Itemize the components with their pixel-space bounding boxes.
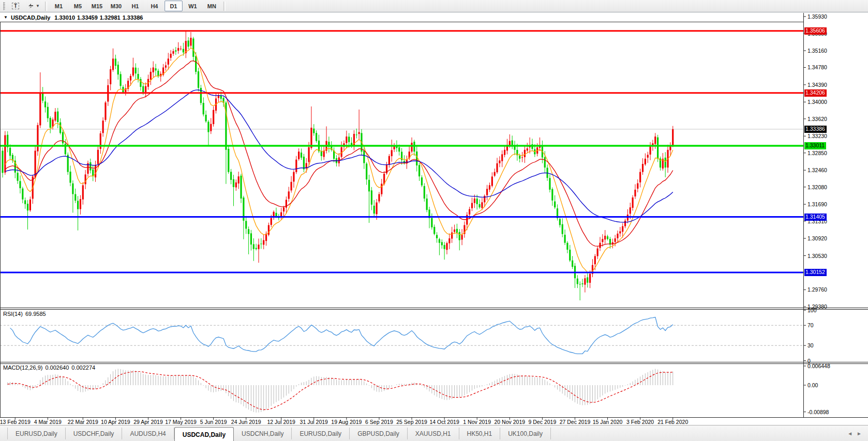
symbol-tab-bar: EURUSD,DailyUSDCHF,DailyAUDUSD,H4USDCAD,…	[0, 425, 868, 441]
date-tick-label: 10 Apr 2019	[101, 419, 130, 425]
macd-label: MACD(12,26,9)0.0026400.002274	[3, 364, 95, 371]
tab-scroll-nav: ◄ ►	[847, 425, 868, 441]
date-tick-label: 14 Oct 2019	[430, 419, 459, 425]
price-badge-1.31405: 1.31405	[804, 214, 827, 221]
tab-scroll-left-icon[interactable]: ◄	[847, 431, 852, 436]
axis-tick-marks	[15, 17, 806, 420]
tab-eurusd-daily-0[interactable]: EURUSD,Daily	[7, 428, 66, 439]
rsi-axis-tick: 70	[807, 322, 814, 328]
date-tick-label: 3 Feb 2020	[626, 419, 654, 425]
tab-gbpusd-daily-6[interactable]: GBPUSD,Daily	[350, 428, 408, 439]
tab-scroll-right-icon[interactable]: ►	[857, 431, 862, 436]
date-tick-label: 25 Sep 2019	[396, 419, 427, 425]
price-axis-tick: 1.31690	[807, 201, 827, 207]
tab-usdchf-daily-1[interactable]: USDCHF,Daily	[66, 428, 123, 439]
macd-signal-value: 0.002274	[71, 364, 95, 371]
rsi-label: RSI(14)69.9585	[3, 311, 46, 317]
date-tick-label: 20 Nov 2019	[495, 419, 526, 425]
rsi-value: 69.9585	[25, 311, 46, 317]
tab-audusd-h4-2[interactable]: AUDUSD,H4	[122, 428, 174, 439]
price-axis-tick: 1.30530	[807, 253, 827, 259]
price-axis-tick: 1.35930	[807, 13, 827, 20]
macd-signal-line	[8, 372, 673, 410]
chart-canvas[interactable]	[0, 0, 868, 441]
rsi-level-lines	[0, 325, 803, 345]
rsi-line	[10, 317, 673, 354]
macd-axis-tick: -0.00898	[807, 409, 829, 415]
macd-axis-tick: 0.00	[807, 382, 818, 388]
date-tick-label: 13 Feb 2019	[0, 419, 31, 425]
panel-frames	[0, 13, 868, 418]
date-tick-label: 21 Feb 2020	[657, 419, 688, 425]
price-axis-tick: 1.32850	[807, 150, 827, 156]
date-tick-label: 4 Mar 2019	[34, 419, 62, 425]
price-axis-tick: 1.33230	[807, 133, 827, 139]
date-tick-label: 31 Jul 2019	[300, 419, 328, 425]
rsi-axis-tick: 30	[807, 342, 814, 348]
macd-main-value: 0.002640	[45, 364, 69, 371]
date-tick-label: 17 May 2019	[165, 419, 197, 425]
price-badge-1.33011: 1.33011	[804, 142, 826, 149]
macd-axis-tick: 0.006448	[807, 363, 830, 369]
tab-xauusd-h1-7[interactable]: XAUUSD,H1	[408, 428, 459, 439]
tab-usdcad-daily-3[interactable]: USDCAD,Daily	[174, 427, 234, 441]
date-tick-label: 24 Jun 2019	[231, 419, 261, 425]
date-tick-label: 15 Jan 2020	[593, 419, 623, 425]
price-axis-tick: 1.32460	[807, 167, 827, 173]
candles-layer	[2, 31, 674, 300]
price-badge-1.34206: 1.34206	[804, 89, 827, 97]
price-axis-tick: 1.30920	[807, 235, 827, 241]
tab-eurusd-daily-5[interactable]: EURUSD,Daily	[292, 428, 350, 439]
date-tick-label: 22 Mar 2019	[68, 419, 98, 425]
price-badge-1.35606: 1.35606	[804, 27, 827, 35]
price-axis-tick: 1.34780	[807, 64, 827, 70]
date-tick-label: 19 Aug 2019	[331, 419, 362, 425]
price-axis-tick: 1.34000	[807, 99, 827, 105]
date-tick-label: 29 Apr 2019	[133, 419, 163, 425]
date-tick-label: 9 Dec 2019	[529, 419, 557, 425]
price-axis-tick: 1.29760	[807, 286, 827, 293]
date-tick-label: 1 Nov 2019	[463, 419, 491, 425]
tab-uk100-daily-9[interactable]: UK100,Daily	[500, 428, 551, 439]
date-tick-label: 5 Jun 2019	[200, 419, 227, 425]
price-axis-tick: 1.32080	[807, 184, 827, 190]
tab-usdcnh-daily-4[interactable]: USDCNH,Daily	[234, 428, 292, 439]
price-axis-tick: 1.35160	[807, 48, 827, 54]
price-axis-tick: 1.33620	[807, 116, 827, 122]
date-tick-label: 12 Jul 2019	[267, 419, 295, 425]
date-tick-label: 6 Sep 2019	[365, 419, 393, 425]
macd-histogram	[8, 369, 673, 413]
price-badge-1.30152: 1.30152	[804, 269, 827, 276]
tab-hk50-h1-8[interactable]: HK50,H1	[459, 428, 501, 439]
rsi-axis-tick: 100	[807, 307, 817, 313]
date-tick-label: 27 Dec 2019	[560, 419, 591, 425]
price-badge-1.33386: 1.33386	[804, 126, 827, 133]
price-axis-tick: 1.34390	[807, 82, 827, 88]
